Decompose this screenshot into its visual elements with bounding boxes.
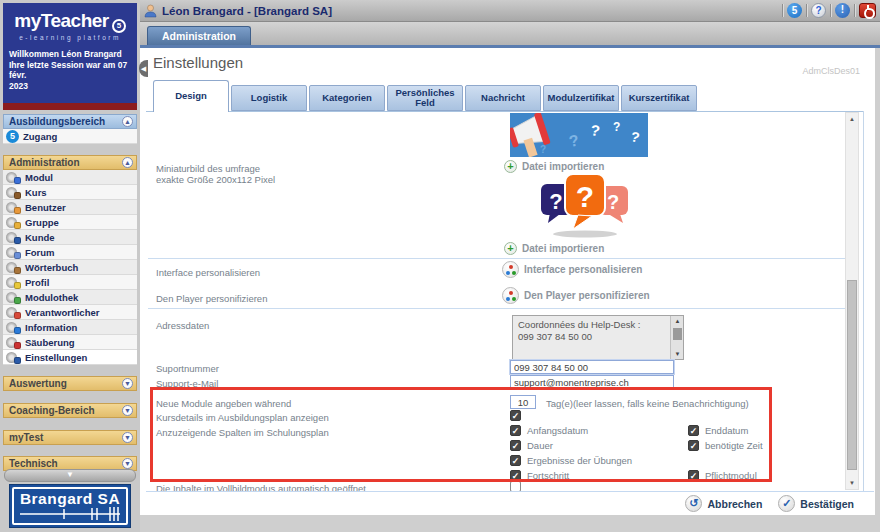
scroll-up-icon[interactable]: ▲ (846, 113, 858, 125)
sidebar-item-kurs[interactable]: Kurs (3, 185, 137, 200)
tab-modulzertifikat[interactable]: Modulzertifikat (543, 85, 619, 111)
section-title: Administration (9, 157, 80, 168)
tab-design[interactable]: Design (153, 80, 229, 112)
section-title: Auswertung (9, 378, 67, 389)
tab-bar: Design Logistik Kategorien Persönliches … (153, 80, 697, 112)
column-fortschritt: Fortschritt (510, 470, 569, 481)
profil-icon (6, 276, 21, 289)
welcome-line1: Willkommen Léon Brangard (9, 49, 131, 60)
gruppe-icon (6, 216, 21, 229)
sidebar: myTeacher5 e-learning platform Willkomme… (0, 0, 140, 532)
tab-kurszertifikat[interactable]: Kurszertifikat (621, 85, 697, 111)
section-header-administration[interactable]: Administration▲ (3, 155, 137, 170)
scroll-down-icon[interactable]: ▼ (846, 477, 858, 489)
import-thumbnail-label: Datei importieren (522, 243, 604, 254)
info-icon[interactable]: ! (835, 3, 850, 18)
cancel-button[interactable]: ↺ Abbrechen (685, 495, 762, 512)
sidebar-item-benutzer[interactable]: Benutzer (3, 200, 137, 215)
tab-kategorien[interactable]: Kategorien (309, 85, 385, 111)
scroll-up-icon[interactable]: ▲ (671, 317, 684, 325)
page-title: Einstellungen (153, 54, 243, 71)
sidebar-item-label: Einstellungen (25, 352, 87, 363)
checkbox-label: Anfangsdatum (527, 425, 588, 436)
sidebar-item-forum[interactable]: Forum (3, 245, 137, 260)
forum-icon (6, 246, 21, 259)
tab-logistik[interactable]: Logistik (231, 85, 307, 111)
enddatum-checkbox[interactable] (688, 425, 699, 436)
support-number-input[interactable] (510, 360, 674, 374)
scroll-down-icon[interactable]: ▼ (671, 350, 684, 358)
address-label: Adressdaten (156, 320, 209, 331)
scrollbar-thumb[interactable] (847, 280, 857, 470)
section-header-auswertung[interactable]: Auswertung▼ (3, 376, 137, 391)
anfangsdatum-checkbox[interactable] (510, 425, 521, 436)
address-textarea[interactable]: Coordonnées du Help-Desk : 099 307 84 50… (512, 315, 684, 360)
ergebnisse-checkbox[interactable] (510, 455, 521, 466)
section-header-ausbildungsbereich[interactable]: Ausbildungsbereich▲ (3, 114, 137, 129)
content-scrollbar[interactable]: ▲ ▼ (845, 112, 859, 490)
new-modules-label: Neue Module angeben während (156, 398, 291, 409)
sidebar-item-label: Benutzer (25, 202, 66, 213)
sidebar-item-einstellungen[interactable]: Einstellungen (3, 350, 137, 365)
sidebar-item-profil[interactable]: Profil (3, 275, 137, 290)
pflichtmodul-checkbox[interactable] (688, 470, 699, 481)
sidebar-scroll-down-button[interactable]: ▼ (4, 469, 136, 482)
tab-nachricht[interactable]: Nachricht (465, 85, 541, 111)
information-icon (6, 321, 21, 334)
chevron-up-icon[interactable]: ▲ (122, 157, 133, 168)
sidebar-item-saeuberung[interactable]: Säuberung (3, 335, 137, 350)
svg-text:?: ? (576, 180, 594, 213)
frame-bottom (140, 518, 880, 532)
brand-text: myTeacher (14, 10, 108, 31)
new-modules-days-input[interactable] (510, 395, 536, 409)
screen-code: AdmClsDes01 (802, 66, 860, 76)
section-title: Technisch (9, 458, 58, 469)
column-benoetigte-zeit: benötigte Zeit (688, 440, 763, 451)
import-thumbnail-button[interactable]: + Datei importieren (504, 242, 604, 255)
section-header-mytest[interactable]: myTest▼ (3, 430, 137, 445)
divider (148, 258, 858, 259)
brand-red-strip (3, 103, 137, 110)
chevron-down-icon[interactable]: ▼ (122, 458, 133, 469)
sidebar-item-gruppe[interactable]: Gruppe (3, 215, 137, 230)
help-icon[interactable]: ? (811, 3, 826, 18)
thumbnail-label: Miniaturbild des umfrage exakte Größe 20… (156, 163, 275, 185)
cancel-label: Abbrechen (707, 498, 762, 510)
sidebar-item-kunde[interactable]: Kunde (3, 230, 137, 245)
scrollbar-thumb[interactable] (673, 328, 682, 340)
sidebar-item-woerterbuch[interactable]: Wörterbuch (3, 260, 137, 275)
kunde-icon (6, 231, 21, 244)
chevron-up-icon[interactable]: ▲ (122, 116, 133, 127)
sidebar-item-modulothek[interactable]: Modulothek (3, 290, 137, 305)
sidebar-item-modul[interactable]: Modul (3, 170, 137, 185)
thumbnail-label-line2: exakte Größe 200x112 Pixel (156, 174, 275, 185)
version-5-icon[interactable]: 5 (787, 3, 802, 18)
interface-personalize-button[interactable]: Interface personalisieren (502, 261, 642, 278)
sidebar-collapse-handle[interactable]: ◀ (139, 60, 148, 77)
svg-text:?: ? (540, 144, 546, 155)
new-modules-hint: Tag(e)(leer lassen, falls keine Benachri… (546, 398, 749, 409)
course-details-checkbox[interactable] (510, 410, 521, 421)
sidebar-item-zugang[interactable]: 5 Zugang (3, 129, 137, 144)
divider (148, 308, 858, 309)
support-email-input[interactable] (510, 375, 674, 389)
player-personalize-button[interactable]: Den Player personifizieren (502, 287, 650, 304)
fortschritt-checkbox[interactable] (510, 470, 521, 481)
chevron-down-icon[interactable]: ▼ (122, 378, 133, 389)
chevron-down-icon[interactable]: ▼ (122, 432, 133, 443)
confirm-button[interactable]: ✓ Bestätigen (778, 495, 854, 512)
modulothek-icon (6, 291, 21, 304)
sidebar-item-information[interactable]: Information (3, 320, 137, 335)
plus-icon: + (504, 160, 517, 173)
benoetigte-zeit-checkbox[interactable] (688, 440, 699, 451)
chevron-down-icon[interactable]: ▼ (122, 405, 133, 416)
module-tab-administration[interactable]: Administration (147, 26, 251, 45)
section-header-coaching-bereich[interactable]: Coaching-Bereich▼ (3, 403, 137, 418)
sidebar-item-verantwortlicher[interactable]: Verantwortlicher (3, 305, 137, 320)
tab-persoenliches-feld[interactable]: Persönliches Feld (387, 85, 463, 111)
dauer-checkbox[interactable] (510, 440, 521, 451)
logout-icon[interactable] (859, 3, 876, 18)
textarea-scrollbar[interactable]: ▲▼ (670, 316, 683, 359)
interface-label: Interface personalisieren (156, 267, 260, 278)
brand-tagline: e-learning platform (3, 34, 137, 41)
